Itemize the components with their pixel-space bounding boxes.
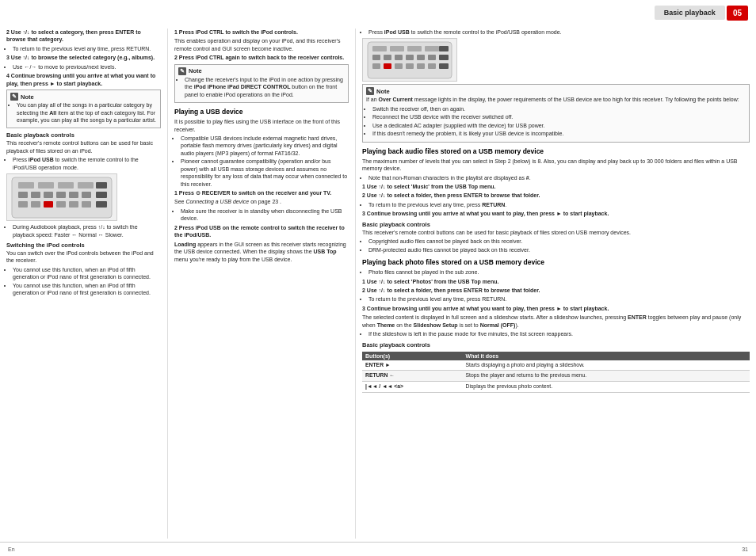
step1d-title: 1 Use ↑/↓ to select 'Photos' from the US… (362, 278, 750, 285)
svg-rect-29 (417, 55, 425, 60)
oc-bullet4: If this doesn't remedy the problem, it i… (372, 130, 746, 137)
svg-rect-5 (18, 192, 28, 198)
remote-image-left (6, 173, 117, 221)
playing-audio-bullets: Note that non-Roman characters in the pl… (362, 174, 750, 181)
page-header: Basic playback 05 (0, 0, 756, 25)
audio-bullet1: Note that non-Roman characters in the pl… (368, 174, 750, 181)
audiobook-bullet: During Audiobook playback, press ↑/↓ to … (6, 223, 161, 238)
step2c-title: 2 Use ↑/↓ to select a folder, then press… (362, 192, 750, 199)
table-row: RETURN ← Stops the player and returns to… (362, 371, 750, 382)
compatible-bullet2: Pioneer cannot guarantee compatibility (… (181, 158, 349, 188)
step2d-title: 2 Use ↑/↓ to select a folder, then press… (362, 287, 750, 294)
table-row: |◄◄ / ◄◄ <a> Displays the previous photo… (362, 382, 750, 393)
col-header-button: Button(s) (362, 352, 463, 360)
remote-svg-right (366, 40, 453, 80)
table-header-row: Button(s) What it does (362, 352, 750, 360)
svg-rect-7 (44, 192, 53, 198)
step3d-bullets: If the slideshow is left in the pause mo… (362, 330, 750, 337)
step3d-text: The selected content is displayed in ful… (362, 314, 750, 329)
svg-rect-30 (428, 55, 436, 60)
svg-rect-6 (31, 192, 40, 198)
step2-bullet1: To return to the previous level any time… (13, 45, 161, 52)
note-icon-left: ✎ (10, 93, 18, 101)
switching-text: You can switch over the iPod controls be… (6, 249, 161, 265)
switching-bullet1: You cannot use this function, when an iP… (13, 266, 161, 281)
basic-controls-bullet1: Press iPod USB to switch the remote cont… (13, 156, 161, 171)
svg-rect-36 (428, 63, 436, 69)
svg-rect-24 (425, 46, 439, 51)
note-box-left: ✎ Note You can play all of the songs in … (6, 89, 161, 128)
remote-image-right (362, 38, 457, 82)
note-box-right: ✎ Note If an Over Current message lights… (362, 84, 750, 142)
note-bullet-1: You can play all of the songs in a parti… (17, 101, 157, 124)
table-body: ENTER ► Starts displaying a photo and pl… (362, 360, 750, 393)
column-right: Press iPod USB to switch the remote cont… (362, 29, 750, 539)
svg-rect-17 (96, 182, 107, 189)
bc2-bullet2: DRM-protected audio files cannot be play… (368, 246, 750, 253)
svg-rect-38 (439, 55, 449, 60)
note-bullets-mid: Change the receiver's input to the iPod … (178, 76, 345, 98)
step1b-title: 1 Press ⊙ RECEIVER to switch on the rece… (174, 189, 349, 196)
table-cell-action: Stops the player and returns to the prev… (463, 371, 750, 382)
step2-bullets: To return to the previous level any time… (6, 45, 161, 52)
basic-controls3-title: Basic playback controls (362, 341, 750, 348)
compatible-bullet1: Compatible USB devices include external … (181, 135, 349, 157)
step3-bullets: Use ←/→ to move to previous/next levels. (6, 63, 161, 70)
step2d-bullet1: To return to the previous level any time… (368, 295, 750, 303)
over-current-text: If an Over Current message lights in the… (366, 96, 746, 103)
table-cell-action: Starts displaying a photo and playing a … (463, 360, 750, 371)
playing-photo-bullets: Photo files cannot be played in the sub … (362, 268, 750, 276)
step2b-title: 2 Press iPod USB on the remote control t… (174, 224, 349, 239)
switching-title: Switching the iPod controls (6, 242, 161, 249)
column-left: 2 Use ↑/↓ to select a category, then pre… (6, 29, 161, 539)
chapter-title: Basic playback (655, 6, 725, 20)
playing-audio-usb-title: Playing back audio files stored on a USB… (362, 147, 750, 156)
svg-rect-15 (69, 201, 78, 208)
svg-rect-27 (395, 55, 403, 60)
oc-bullet3: Use a dedicated AC adapter (supplied wit… (372, 122, 746, 129)
svg-rect-18 (96, 192, 107, 198)
svg-rect-33 (395, 63, 403, 69)
step2-title: 2 Use ↑/↓ to select a category, then pre… (6, 29, 161, 44)
oc-bullet1: Switch the receiver off, then on again. (372, 105, 746, 112)
step1b-sub: See Connecting a USB device on page 23 . (174, 198, 349, 205)
note-title-left: ✎ Note (10, 93, 157, 101)
page-number: 05 (727, 6, 748, 21)
divider-mid-right (355, 29, 356, 539)
svg-rect-9 (69, 192, 78, 198)
svg-rect-23 (407, 46, 422, 51)
svg-rect-14 (56, 201, 66, 208)
note-box-mid: ✎ Note Change the receiver's input to th… (174, 64, 349, 103)
step2c-bullet1: To return to the previous level any time… (368, 201, 750, 208)
footer-language: En (8, 546, 15, 552)
note-bullets-left: You can play all of the songs in a parti… (10, 101, 157, 124)
svg-rect-35 (417, 63, 425, 69)
page-footer: En 31 (0, 542, 756, 556)
basic-controls2-bullets: Copyrighted audio files cannot be played… (362, 238, 750, 253)
svg-rect-8 (56, 192, 66, 198)
note-bullet-mid-1: Change the receiver's input to the iPod … (185, 76, 345, 98)
step3-title: 3 Use ↑/↓ to browse the selected categor… (6, 54, 161, 61)
step1b-bullet1: Make sure the receiver is in standby whe… (181, 208, 349, 223)
bc2-bullet1: Copyrighted audio files cannot be played… (368, 238, 750, 245)
table-cell-action: Displays the previous photo content. (463, 382, 750, 393)
main-content: 2 Use ↑/↓ to select a category, then pre… (0, 25, 756, 542)
svg-rect-37 (439, 46, 449, 51)
table-row: ENTER ► Starts displaying a photo and pl… (362, 360, 750, 371)
svg-rect-19 (96, 201, 107, 208)
playing-audio-usb-text: The maximum number of levels that you ca… (362, 158, 750, 173)
switching-bullets: You cannot use this function, when an iP… (6, 266, 161, 297)
basic-controls-text-left: This receiver's remote control buttons c… (6, 139, 161, 154)
step3c-title: 3 Continue browsing until you arrive at … (362, 210, 750, 217)
step3-bullet1: Use ←/→ to move to previous/next levels. (13, 63, 161, 70)
svg-rect-1 (18, 182, 34, 189)
col-header-action: What it does (463, 352, 750, 360)
svg-rect-39 (439, 63, 449, 69)
svg-rect-25 (372, 55, 380, 60)
svg-rect-16 (82, 201, 91, 208)
playback-controls-table: Button(s) What it does ENTER ► Starts di… (362, 352, 750, 393)
step2-mid-title: 2 Press iPod CTRL again to switch back t… (174, 54, 349, 61)
page: Basic playback 05 2 Use ↑/↓ to select a … (0, 0, 756, 556)
svg-rect-11 (18, 201, 28, 208)
basic-controls-title-left: Basic playback controls (6, 131, 161, 139)
